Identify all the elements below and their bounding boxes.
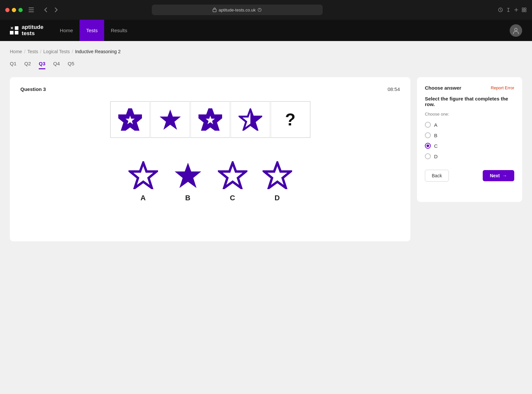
answer-panel-header: Choose answer Report Error	[425, 85, 514, 91]
radio-options: A B C D	[425, 122, 514, 159]
browser-actions	[498, 7, 527, 12]
breadcrumb: Home / Tests / Logical Tests / Inductive…	[10, 49, 522, 54]
radio-label-b: B	[434, 133, 437, 138]
radio-option-d[interactable]: D	[425, 153, 514, 159]
next-arrow-icon: →	[502, 173, 507, 178]
answer-panel: Choose answer Report Error Select the fi…	[417, 77, 522, 202]
svg-rect-6	[524, 8, 526, 10]
nav-tests[interactable]: Tests	[80, 20, 104, 41]
minimize-dot[interactable]	[12, 8, 16, 12]
svg-rect-8	[524, 10, 526, 12]
logo-line2: tests	[22, 31, 43, 37]
main-content: Home / Tests / Logical Tests / Inductive…	[0, 41, 532, 394]
answer-label-b: B	[185, 194, 191, 202]
svg-rect-7	[522, 10, 524, 12]
svg-rect-0	[29, 8, 34, 8]
address-bar[interactable]: aptitude-tests.co.uk	[152, 5, 323, 15]
maximize-dot[interactable]	[18, 8, 23, 12]
logo-icon: ✕	[10, 26, 18, 34]
separator-1: /	[24, 49, 25, 54]
content-layout: Question 3 08:54	[10, 77, 522, 241]
svg-marker-12	[199, 110, 220, 130]
next-button[interactable]: Next →	[483, 170, 514, 181]
logo-sq3	[15, 31, 18, 34]
svg-rect-1	[29, 10, 34, 10]
tab-q5[interactable]: Q5	[68, 61, 74, 69]
separator-3: /	[72, 49, 73, 54]
star-pattern-grid: ?	[110, 101, 311, 138]
choose-answer-title: Choose answer	[425, 85, 461, 91]
svg-marker-11	[159, 110, 180, 130]
answer-label-d: D	[275, 194, 280, 202]
browser-chrome: aptitude-tests.co.uk	[0, 0, 532, 20]
tab-q2[interactable]: Q2	[24, 61, 31, 69]
radio-option-a[interactable]: A	[425, 122, 514, 128]
answer-option-c[interactable]: C	[216, 160, 249, 202]
next-label: Next	[490, 173, 500, 178]
tab-q3[interactable]: Q3	[39, 61, 45, 69]
choose-one-label: Choose one:	[425, 112, 514, 117]
radio-label-a: A	[434, 122, 437, 128]
breadcrumb-logical[interactable]: Logical Tests	[43, 49, 70, 54]
breadcrumb-home[interactable]: Home	[10, 49, 22, 54]
svg-marker-10	[119, 110, 140, 130]
nav-results[interactable]: Results	[104, 20, 134, 41]
star-cell-2	[150, 101, 190, 138]
logo-sq1	[15, 26, 18, 30]
svg-point-9	[515, 28, 517, 31]
star-b	[172, 160, 204, 190]
question-timer: 08:54	[387, 86, 400, 92]
navbar: ✕ aptitude tests Home Tests Results	[0, 20, 532, 41]
browser-dots	[5, 8, 23, 12]
tab-q1[interactable]: Q1	[10, 61, 16, 69]
question-header: Question 3 08:54	[20, 86, 400, 92]
svg-marker-16	[130, 163, 156, 188]
star-cell-3	[191, 101, 230, 138]
question-tabs: Q1 Q2 Q3 Q4 Q5	[10, 61, 522, 69]
svg-marker-17	[174, 163, 201, 188]
browser-nav	[41, 5, 61, 14]
back-button[interactable]: Back	[425, 170, 449, 182]
logo-text: aptitude tests	[22, 24, 43, 36]
star-c	[216, 160, 249, 190]
logo-line1: aptitude	[22, 24, 43, 31]
radio-circle-d[interactable]	[425, 153, 431, 159]
svg-marker-19	[264, 163, 290, 188]
answer-option-d[interactable]: D	[261, 160, 294, 202]
close-dot[interactable]	[5, 8, 10, 12]
back-nav-icon[interactable]	[41, 5, 50, 14]
question-card: Question 3 08:54	[10, 77, 410, 241]
answer-option-b[interactable]: B	[172, 160, 204, 202]
breadcrumb-current: Inductive Reasoning 2	[75, 49, 121, 54]
answer-options-visual: A B	[20, 160, 400, 202]
radio-label-d: D	[434, 154, 438, 159]
svg-rect-3	[213, 9, 216, 12]
radio-option-b[interactable]: B	[425, 132, 514, 138]
star-cell-5: ?	[271, 101, 310, 138]
panel-actions: Back Next →	[425, 170, 514, 182]
answer-option-a[interactable]: A	[127, 160, 160, 202]
star-cell-1	[110, 101, 150, 138]
svg-marker-18	[219, 163, 246, 188]
radio-circle-a[interactable]	[425, 122, 431, 128]
separator-2: /	[40, 49, 41, 54]
forward-nav-icon[interactable]	[52, 5, 61, 14]
question-title: Question 3	[20, 86, 46, 92]
breadcrumb-tests[interactable]: Tests	[27, 49, 38, 54]
user-avatar[interactable]	[510, 24, 522, 37]
tab-q4[interactable]: Q4	[53, 61, 60, 69]
star-a	[127, 160, 160, 190]
radio-circle-b[interactable]	[425, 132, 431, 138]
svg-rect-5	[522, 8, 524, 10]
logo-x: ✕	[10, 26, 13, 30]
nav-home[interactable]: Home	[53, 20, 80, 41]
answer-label-a: A	[141, 194, 146, 202]
radio-circle-c[interactable]	[425, 143, 431, 149]
sidebar-toggle-icon[interactable]	[27, 5, 36, 14]
answer-label-c: C	[230, 194, 235, 202]
radio-label-c: C	[434, 143, 438, 149]
url-text: aptitude-tests.co.uk	[219, 8, 256, 12]
star-cell-4	[231, 101, 270, 138]
report-error-link[interactable]: Report Error	[491, 85, 514, 90]
radio-option-c[interactable]: C	[425, 143, 514, 149]
